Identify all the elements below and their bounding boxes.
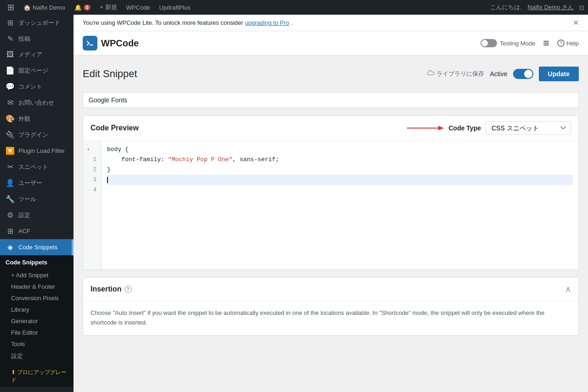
testing-mode-label: Testing Mode bbox=[500, 40, 535, 47]
screen-options-icon[interactable]: ⊡ bbox=[579, 4, 584, 11]
svg-rect-1 bbox=[543, 43, 549, 44]
save-to-library-button[interactable]: ライブラリに保存 bbox=[427, 70, 484, 78]
sidebar-item-label: お問い合わせ bbox=[18, 99, 54, 107]
submenu-library[interactable]: Library bbox=[0, 304, 74, 315]
sidebar-item-label: ACF bbox=[18, 228, 30, 235]
submenu-tools[interactable]: Tools bbox=[0, 338, 74, 350]
insertion-title: Insertion ? bbox=[90, 285, 132, 293]
sidebar-item-label: プラグイン bbox=[18, 131, 48, 139]
notice-close-button[interactable]: ✕ bbox=[573, 18, 579, 27]
sidebar-item-pages[interactable]: 📄 固定ページ bbox=[0, 62, 74, 78]
insertion-description: Choose "Auto Insert" if you want the sni… bbox=[90, 308, 571, 328]
page-title: Edit Snippet bbox=[83, 68, 137, 80]
submenu-item-label: Header & Footer bbox=[11, 283, 55, 290]
line-number-3: 3 bbox=[85, 175, 99, 185]
sidebar-item-label: コメント bbox=[18, 83, 42, 91]
adminbar-notifications[interactable]: 🔔 0 bbox=[71, 0, 95, 15]
dashboard-icon: ⊞ bbox=[6, 18, 15, 27]
code-editor[interactable]: ▾ 1 2 3 4 body { font-family: "Mochiy Po… bbox=[83, 141, 578, 269]
adminbar-wpcode[interactable]: WPCode bbox=[123, 0, 154, 15]
submenu-settings[interactable]: 設定 bbox=[0, 350, 74, 363]
bell-icon: 🔔 bbox=[74, 4, 82, 11]
code-type-label: Code Type bbox=[448, 124, 481, 132]
upgrade-pro-link[interactable]: upgrading to Pro bbox=[245, 19, 289, 26]
sidebar-item-label: 外観 bbox=[18, 115, 30, 123]
sidebar-item-label: 投稿 bbox=[18, 35, 30, 43]
submenu-item-label: + Add Snippet bbox=[11, 272, 48, 279]
code-line-2: font-family: "Mochiy Pop P One", sans-se… bbox=[107, 155, 573, 165]
adminbar-wp-logo[interactable]: ⊞ bbox=[4, 0, 18, 15]
notification-count: 0 bbox=[84, 5, 91, 11]
sidebar-item-media[interactable]: 🖼 メディア bbox=[0, 47, 74, 62]
new-label: + 新規 bbox=[100, 3, 117, 11]
sidebar-item-comments[interactable]: 💬 コメント bbox=[0, 78, 74, 95]
code-preview-title: Code Preview bbox=[90, 124, 139, 132]
help-label: Help bbox=[566, 40, 579, 47]
adminbar-updraftplus[interactable]: UpdraftPlus bbox=[156, 0, 194, 15]
sidebar-item-users[interactable]: 👤 ユーザー bbox=[0, 175, 74, 191]
greeting-text: こんにちは、 bbox=[490, 3, 526, 11]
wpcode-logo-text: WPCode bbox=[101, 38, 139, 49]
help-button[interactable]: ? Help bbox=[557, 39, 579, 47]
upgrade-label: ⬆ プロにアップグレード bbox=[11, 369, 67, 383]
submenu-item-label: File Editor bbox=[11, 329, 38, 336]
sidebar-item-plugins[interactable]: 🔌 プラグイン bbox=[0, 127, 74, 143]
update-button[interactable]: Update bbox=[539, 67, 579, 81]
sidebar-item-plugin-load-filter[interactable]: 🔽 Plugin Load Filter bbox=[0, 143, 74, 159]
wpcode-plugin-header: WPCode Testing Mode ? bbox=[74, 31, 588, 56]
wpcode-logo: WPCode bbox=[83, 36, 139, 50]
submenu-item-label: 設定 bbox=[11, 353, 23, 359]
sidebar-item-label: メディア bbox=[18, 50, 42, 59]
submenu-item-label: Library bbox=[11, 306, 29, 313]
submenu-file-editor[interactable]: File Editor bbox=[0, 327, 74, 338]
sidebar-item-label: 設定 bbox=[18, 211, 30, 219]
submenu-title: Code Snippets bbox=[6, 259, 47, 266]
plugins-icon: 🔌 bbox=[6, 130, 15, 139]
site-icon: 🏠 bbox=[23, 4, 31, 11]
code-line-3: } bbox=[107, 165, 573, 175]
submenu-item-label: Generator bbox=[11, 318, 38, 325]
admin-bar: ⊞ 🏠 Naifix Demo 🔔 0 + 新規 WPCode UpdraftP… bbox=[0, 0, 588, 15]
sidebar-item-code-snippets[interactable]: ◈ Code Snippets bbox=[0, 239, 74, 255]
sidebar-item-contact[interactable]: ✉ お問い合わせ bbox=[0, 95, 74, 111]
active-toggle[interactable] bbox=[513, 69, 533, 79]
sidebar-item-acf[interactable]: ⊞ ACF bbox=[0, 223, 74, 239]
adminbar-site-name[interactable]: 🏠 Naifix Demo bbox=[20, 0, 69, 15]
sidebar-item-label: ユーザー bbox=[18, 179, 42, 187]
code-preview-header: Code Preview Code Type CSS スニペット HTML スニ… bbox=[83, 116, 578, 141]
posts-icon: ✎ bbox=[6, 34, 15, 43]
sidebar-item-label: ダッシュボード bbox=[18, 19, 60, 27]
tools-icon: 🔧 bbox=[6, 195, 15, 203]
code-type-select[interactable]: CSS スニペット HTML スニペット JavaScript スニペット PH… bbox=[486, 121, 571, 135]
svg-rect-0 bbox=[543, 41, 549, 42]
insertion-help-icon[interactable]: ? bbox=[124, 286, 132, 293]
active-status-label: Active bbox=[490, 70, 507, 78]
collapse-insertion-icon[interactable]: ∧ bbox=[565, 284, 571, 294]
user-name[interactable]: Naifix Demo さん bbox=[528, 3, 574, 11]
code-lines[interactable]: body { font-family: "Mochiy Pop P One", … bbox=[102, 141, 578, 269]
submenu-header-footer[interactable]: Header & Footer bbox=[0, 281, 74, 292]
testing-mode-switch[interactable] bbox=[481, 39, 497, 47]
screen-options-button[interactable] bbox=[543, 39, 550, 47]
sidebar-item-posts[interactable]: ✎ 投稿 bbox=[0, 31, 74, 47]
submenu-header: Code Snippets bbox=[0, 255, 74, 269]
sidebar-item-dashboard[interactable]: ⊞ ダッシュボード bbox=[0, 15, 74, 31]
submenu-generator[interactable]: Generator bbox=[0, 315, 74, 327]
notice-text: You're using WPCode Lite. To unlock more… bbox=[83, 19, 243, 26]
sidebar-item-appearance[interactable]: 🎨 外観 bbox=[0, 111, 74, 127]
wp-logo-icon: ⊞ bbox=[7, 2, 14, 12]
submenu-item-label: Conversion Pixels bbox=[11, 295, 59, 302]
code-snippets-submenu: Code Snippets + Add Snippet Header & Foo… bbox=[0, 255, 74, 386]
submenu-conversion-pixels[interactable]: Conversion Pixels bbox=[0, 292, 74, 304]
comments-icon: 💬 bbox=[6, 82, 15, 91]
testing-mode-toggle[interactable]: Testing Mode bbox=[481, 39, 535, 47]
snippet-name-input[interactable] bbox=[83, 92, 579, 108]
sidebar-item-label: ツール bbox=[18, 195, 36, 203]
submenu-upgrade[interactable]: ⬆ プロにアップグレード bbox=[0, 366, 74, 386]
sidebar-item-snippets[interactable]: ✂ スニペット bbox=[0, 159, 74, 175]
submenu-add-snippet[interactable]: + Add Snippet bbox=[0, 269, 74, 281]
adminbar-new[interactable]: + 新規 bbox=[96, 0, 120, 15]
sidebar-item-tools[interactable]: 🔧 ツール bbox=[0, 191, 74, 207]
sidebar-item-settings[interactable]: ⚙ 設定 bbox=[0, 207, 74, 223]
filter-icon: 🔽 bbox=[6, 146, 15, 155]
